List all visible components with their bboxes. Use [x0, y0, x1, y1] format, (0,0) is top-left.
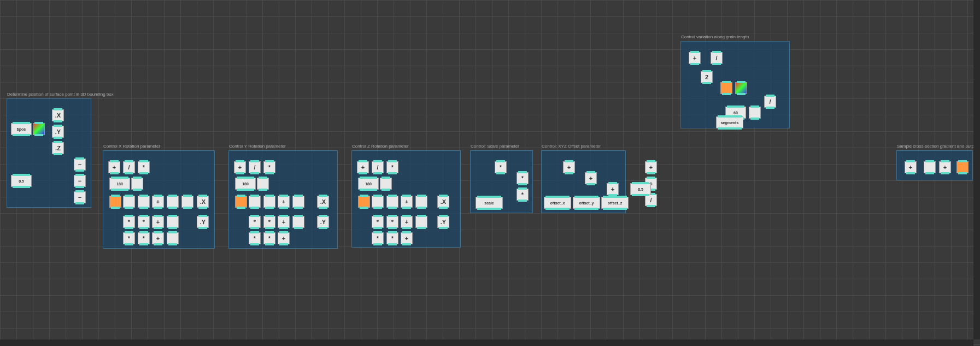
node-out_c[interactable]: + [939, 161, 951, 173]
node-xr_a[interactable]: + [108, 161, 120, 173]
node-zr_l[interactable]: * [372, 216, 384, 228]
node-xr_k[interactable]: .X [197, 196, 209, 208]
node-yr_o[interactable] [292, 216, 304, 228]
node-zr_g[interactable] [386, 196, 398, 208]
node-label: + [611, 186, 614, 192]
node-xr_r[interactable]: * [138, 232, 150, 244]
node-yr_f[interactable] [249, 196, 261, 208]
node-xr_h[interactable]: + [152, 196, 164, 208]
node-gl_e[interactable] [749, 107, 761, 119]
node-xr_o[interactable] [167, 216, 179, 228]
group-label: Control: Scale parameter [471, 144, 519, 149]
node-yr_l[interactable]: * [249, 216, 261, 228]
node-xr_t[interactable] [167, 232, 179, 244]
node-xr_q[interactable]: * [123, 232, 135, 244]
node-zr_e[interactable] [358, 196, 370, 208]
node-of_oz[interactable]: offset_z [601, 197, 629, 209]
node-sub2[interactable]: − [74, 175, 86, 187]
node-zr_s[interactable]: + [401, 232, 413, 244]
node-label: + [113, 164, 116, 171]
node-xr_m[interactable]: * [138, 216, 150, 228]
node-xr_p[interactable]: .Y [197, 216, 209, 228]
node-sc_c[interactable]: * [517, 189, 529, 201]
node-zr_r[interactable]: * [386, 232, 398, 244]
node-xr_b[interactable]: / [123, 161, 135, 173]
node-xr_f[interactable] [123, 196, 135, 208]
node-zr_n[interactable]: + [401, 216, 413, 228]
node-zr_h[interactable]: + [401, 196, 413, 208]
node-yr_180[interactable]: 180 [235, 178, 256, 190]
node-zr_a[interactable]: + [357, 161, 369, 173]
node-yr_j[interactable]: .X [317, 196, 329, 208]
node-of_c[interactable]: + [607, 183, 619, 195]
node-zr_b[interactable]: / [372, 161, 384, 173]
node-of_b[interactable]: + [585, 172, 597, 184]
node-xr_s[interactable]: + [152, 232, 164, 244]
node-yr_s[interactable]: + [278, 232, 290, 244]
node-val05[interactable]: 0.5 [11, 175, 32, 187]
node-sc_b[interactable]: * [517, 172, 529, 184]
node-dotX[interactable]: .X [52, 109, 64, 121]
node-colmap[interactable] [33, 123, 45, 135]
node-zr_d[interactable] [380, 178, 392, 190]
node-xr_i[interactable] [167, 196, 179, 208]
node-yr_a[interactable]: + [234, 161, 246, 173]
node-yr_i[interactable] [292, 196, 304, 208]
node-zr_o[interactable] [415, 216, 427, 228]
node-zr_m[interactable]: * [386, 216, 398, 228]
node-sc_scale[interactable]: scale [476, 197, 503, 209]
node-yr_r[interactable]: * [263, 232, 275, 244]
node-sc_a[interactable]: * [495, 161, 507, 173]
node-of_oy[interactable]: offset_y [573, 197, 600, 209]
node-out_d[interactable] [956, 161, 969, 173]
node-zr_f[interactable] [372, 196, 384, 208]
node-of_ox[interactable]: offset_x [544, 197, 571, 209]
node-label: * [521, 191, 524, 198]
node-zr_q[interactable]: * [372, 232, 384, 244]
scrollbar-horizontal[interactable] [0, 339, 973, 346]
node-yr_e[interactable] [235, 196, 247, 208]
node-dotY[interactable]: .Y [52, 126, 64, 138]
node-mid_05[interactable]: 0.5 [630, 183, 651, 195]
node-zr_180[interactable]: 180 [358, 178, 379, 190]
node-xr_j[interactable] [181, 196, 193, 208]
node-gl_2[interactable]: 2 [701, 71, 713, 83]
node-yr_p[interactable]: .Y [317, 216, 329, 228]
node-zr_p[interactable]: .Y [437, 216, 449, 228]
node-yr_h[interactable]: + [278, 196, 290, 208]
node-out_b[interactable] [924, 161, 936, 173]
node-possrc[interactable]: $pos [11, 123, 32, 135]
node-xr_n[interactable]: + [152, 216, 164, 228]
node-zr_j[interactable]: .X [437, 196, 449, 208]
scrollbar-vertical[interactable] [973, 0, 980, 339]
node-label: .Z [55, 145, 61, 151]
node-out_a[interactable]: + [905, 161, 917, 173]
node-yr_m[interactable]: * [263, 216, 275, 228]
node-gl_b[interactable]: / [711, 52, 723, 64]
node-xr_e[interactable] [109, 196, 121, 208]
node-yr_q[interactable]: * [249, 232, 261, 244]
node-sub3[interactable]: − [74, 191, 86, 203]
node-mid_a[interactable]: + [645, 161, 657, 173]
node-gl_a[interactable]: + [689, 52, 701, 64]
node-dotZ[interactable]: .Z [52, 142, 64, 154]
node-yr_n[interactable]: + [278, 216, 290, 228]
node-yr_b[interactable]: / [249, 161, 261, 173]
node-yr_d[interactable] [257, 178, 269, 190]
node-of_a[interactable]: + [563, 161, 575, 173]
node-sub1[interactable]: − [74, 159, 86, 171]
node-gl_d[interactable] [735, 82, 747, 94]
node-yr_g[interactable] [263, 196, 275, 208]
node-zr_c[interactable]: * [386, 161, 398, 173]
node-xr_180[interactable]: 180 [109, 178, 130, 190]
node-xr_g[interactable] [138, 196, 150, 208]
node-label: + [282, 219, 285, 225]
node-xr_c[interactable]: * [138, 161, 150, 173]
node-xr_d[interactable] [131, 178, 143, 190]
node-zr_i[interactable] [415, 196, 427, 208]
node-gl_f[interactable]: / [764, 96, 776, 108]
node-gl_c[interactable] [720, 82, 732, 94]
node-gl_seg[interactable]: segments [716, 116, 743, 128]
node-xr_l[interactable]: * [123, 216, 135, 228]
node-yr_c[interactable]: * [263, 161, 275, 173]
